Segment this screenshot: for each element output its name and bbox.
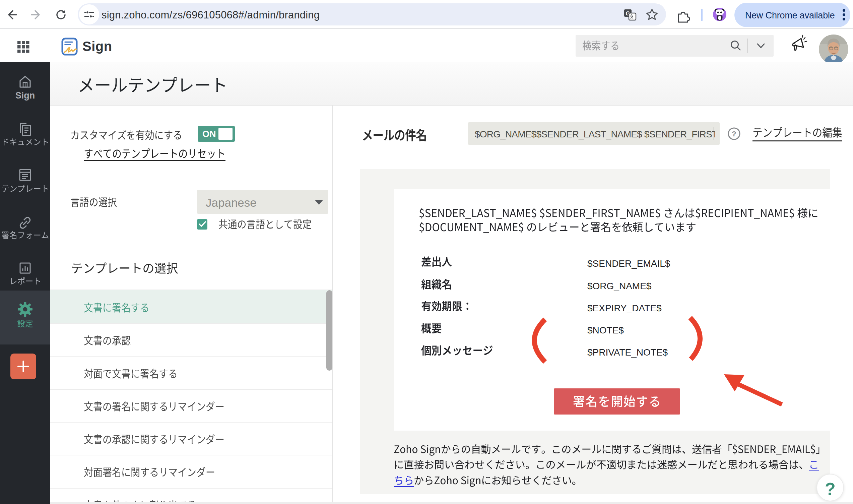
svg-text:?: ?	[732, 130, 736, 138]
